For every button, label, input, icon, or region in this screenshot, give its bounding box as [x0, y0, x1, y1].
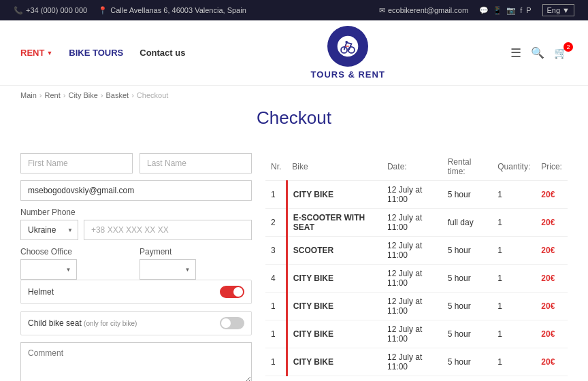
child-seat-toggle-row: Child bike seat (only for city bike): [20, 311, 252, 335]
main-nav: RENT ▼ BIKE TOURS Contact us: [20, 48, 185, 58]
helmet-label: Helmet: [28, 287, 54, 297]
phone-input[interactable]: [84, 220, 252, 240]
payment-select[interactable]: [140, 259, 196, 280]
location-icon: 📍: [98, 6, 108, 15]
col-rental: Rental time:: [442, 153, 493, 181]
search-icon[interactable]: 🔍: [531, 46, 544, 59]
social-icons: 💬 📱 📷 f P: [479, 6, 531, 15]
menu-icon[interactable]: ☰: [510, 46, 521, 61]
comment-input[interactable]: [20, 342, 252, 381]
phone-icon: 📞: [14, 6, 23, 15]
col-nr: Nr.: [265, 153, 287, 181]
topbar-email: ✉ ecobikerent@gmail.com: [379, 6, 468, 15]
page-title: Checkout: [0, 107, 588, 129]
table-row: 3 SCOOTER 12 July at 11:00 5 hour 1 20€: [265, 237, 568, 265]
nav-bike-tours[interactable]: BIKE TOURS: [69, 48, 123, 58]
cart-badge: 2: [564, 42, 573, 52]
table-row: 1 CITY BIKE 12 July at 11:00 5 hour 1 20…: [265, 320, 568, 348]
choose-office-label: Choose Office: [20, 247, 133, 256]
col-qty: Quantity:: [492, 153, 536, 181]
breadcrumb-basket[interactable]: Basket: [106, 91, 129, 99]
payment-label: Payment: [140, 247, 252, 256]
header: RENT ▼ BIKE TOURS Contact us TOURS & REN…: [0, 20, 588, 86]
topbar-phone: 📞 +34 (000) 000 000: [14, 6, 87, 15]
table-header-row: Nr. Bike Date: Rental time: Quantity: Pr…: [265, 153, 568, 181]
first-name-input[interactable]: [20, 153, 133, 173]
breadcrumb-main[interactable]: Main: [20, 91, 37, 99]
checkout-form: Number Phone Ukraine Choose Office: [20, 153, 252, 381]
helmet-toggle-row: Helmet: [20, 280, 252, 304]
breadcrumb-rent[interactable]: Rent: [45, 91, 61, 99]
country-select[interactable]: Ukraine: [20, 220, 78, 240]
office-select[interactable]: [20, 259, 77, 280]
breadcrumb: Main › Rent › City Bike › Basket › Check…: [0, 86, 588, 105]
breadcrumb-city-bike[interactable]: City Bike: [68, 91, 97, 99]
email-icon: ✉: [379, 6, 385, 15]
chevron-down-icon: ▼: [562, 6, 570, 14]
col-price: Price:: [536, 153, 568, 181]
header-icons: ☰ 🔍 🛒 2: [510, 46, 568, 61]
svg-point-3: [346, 41, 348, 44]
booking-table: Nr. Bike Date: Rental time: Quantity: Pr…: [265, 153, 568, 376]
phone-label: Number Phone: [20, 208, 252, 217]
table-row: 1 CITY BIKE 12 July at 11:00 5 hour 1 20…: [265, 293, 568, 320]
table-row: 4 CITY BIKE 12 July at 11:00 5 hour 1 20…: [265, 265, 568, 293]
top-bar: 📞 +34 (000) 000 000 📍 Calle Avellanas 6,…: [0, 0, 588, 20]
facebook-icon[interactable]: f: [520, 6, 522, 14]
breadcrumb-current: Checkout: [137, 91, 168, 99]
nav-contact[interactable]: Contact us: [140, 48, 185, 58]
child-seat-toggle[interactable]: [220, 317, 244, 329]
col-bike: Bike: [287, 153, 382, 181]
col-date: Date:: [382, 153, 442, 181]
table-row: 1 CITY BIKE 12 July at 11:00 5 hour 1 20…: [265, 348, 568, 376]
helmet-toggle[interactable]: [220, 286, 244, 298]
whatsapp-icon[interactable]: 💬: [479, 6, 489, 15]
lang-button[interactable]: Eng ▼: [542, 4, 574, 16]
cart-icon[interactable]: 🛒 2: [554, 46, 568, 59]
logo[interactable]: TOURS & RENT: [311, 26, 385, 80]
pinterest-icon[interactable]: P: [526, 6, 531, 14]
instagram-icon[interactable]: 📷: [506, 6, 516, 15]
booking-table-section: Nr. Bike Date: Rental time: Quantity: Pr…: [265, 153, 568, 381]
topbar-address: 📍 Calle Avellanas 6, 46003 Valencia, Spa…: [98, 6, 246, 15]
phone-field: Number Phone Ukraine: [20, 208, 252, 240]
office-payment-row: Choose Office Payment: [20, 247, 252, 280]
last-name-input[interactable]: [140, 153, 252, 173]
chevron-down-icon: ▼: [46, 50, 52, 56]
email-field: [20, 180, 252, 201]
phone2-icon[interactable]: 📱: [493, 6, 502, 15]
name-row: [20, 153, 252, 173]
child-seat-label: Child bike seat (only for city bike): [28, 318, 137, 328]
nav-rent[interactable]: RENT ▼: [20, 48, 52, 58]
email-input[interactable]: [20, 180, 252, 201]
table-row: 1 CITY BIKE 12 July at 11:00 5 hour 1 20…: [265, 181, 568, 209]
table-row: 2 E-SCOOTER WITH SEAT 12 July at 11:00 f…: [265, 209, 568, 237]
main-content: Number Phone Ukraine Choose Office: [0, 139, 588, 381]
